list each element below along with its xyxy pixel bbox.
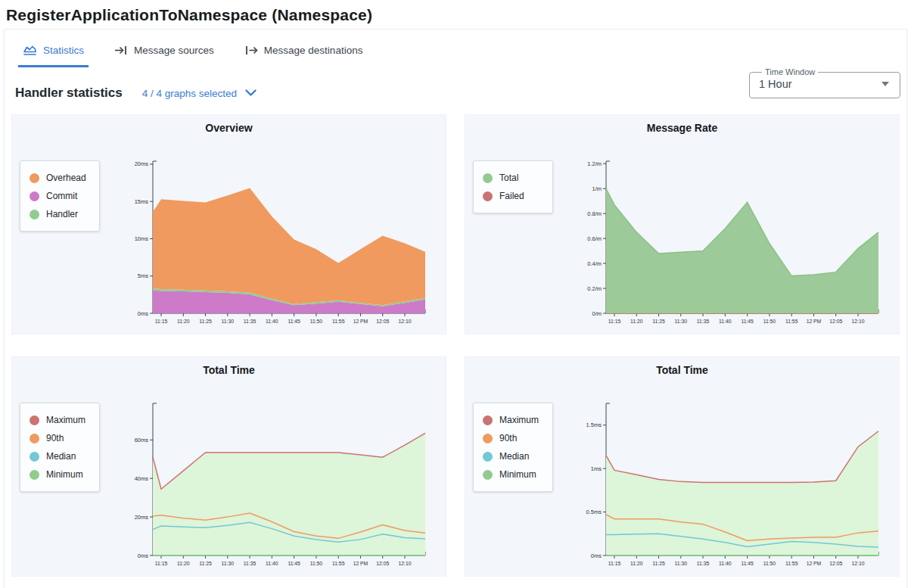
tab-message-sources[interactable]: Message sources xyxy=(110,40,219,67)
svg-text:11:25: 11:25 xyxy=(652,561,665,566)
svg-text:20ms: 20ms xyxy=(135,514,149,521)
svg-text:11:55: 11:55 xyxy=(332,561,345,566)
svg-text:11:15: 11:15 xyxy=(155,561,168,566)
legend-label: Median xyxy=(499,451,529,462)
svg-text:0ms: 0ms xyxy=(138,552,148,559)
legend-item: Median xyxy=(30,447,87,465)
dropdown-arrow-icon xyxy=(881,82,889,86)
svg-text:11:40: 11:40 xyxy=(719,319,732,324)
svg-text:0ms: 0ms xyxy=(138,310,148,317)
svg-text:12:10: 12:10 xyxy=(851,561,864,566)
legend-item: Overhead xyxy=(30,169,87,187)
svg-text:11:20: 11:20 xyxy=(630,319,643,324)
svg-text:11:15: 11:15 xyxy=(608,561,621,566)
legend-swatch xyxy=(483,173,493,183)
legend-swatch xyxy=(30,452,39,462)
svg-text:11:30: 11:30 xyxy=(222,319,235,324)
page-title: RegisterApplicationToNamespace (Namespac… xyxy=(6,6,911,24)
legend-item: Handler xyxy=(30,205,87,223)
svg-text:11:35: 11:35 xyxy=(697,561,710,566)
svg-text:0.2/m: 0.2/m xyxy=(587,285,602,292)
chart-canvas[interactable]: 0ms0.5ms1ms1.5ms11:1511:2011:2511:3011:3… xyxy=(576,398,888,572)
tab-statistics[interactable]: Statistics xyxy=(18,40,89,67)
tab-label: Message sources xyxy=(134,45,214,56)
legend-swatch xyxy=(483,434,493,443)
svg-text:11:35: 11:35 xyxy=(244,319,257,324)
toolbar: Handler statistics 4 / 4 graphs selected… xyxy=(5,67,906,114)
charts-grid: Overview OverheadCommitHandler 0ms5ms10m… xyxy=(5,114,906,577)
legend-label: Median xyxy=(46,451,76,462)
svg-text:11:20: 11:20 xyxy=(630,561,643,566)
svg-text:12 PM: 12 PM xyxy=(353,319,368,324)
svg-text:1.2/m: 1.2/m xyxy=(587,160,602,167)
svg-text:12:05: 12:05 xyxy=(376,561,389,566)
legend-swatch xyxy=(30,210,39,219)
input-icon xyxy=(114,45,128,56)
svg-text:0ms: 0ms xyxy=(591,552,602,559)
svg-text:11:40: 11:40 xyxy=(719,561,732,566)
svg-text:0.4/m: 0.4/m xyxy=(587,260,602,267)
legend-item: Minimum xyxy=(483,465,540,484)
legend-swatch xyxy=(30,173,39,183)
chart-canvas[interactable]: 0ms5ms10ms15ms20ms11:1511:2011:2511:3011… xyxy=(123,156,434,330)
svg-text:40ms: 40ms xyxy=(135,475,149,482)
legend-item: Maximum xyxy=(30,411,87,429)
legend-label: Commit xyxy=(46,191,77,201)
tab-message-destinations[interactable]: Message destinations xyxy=(240,40,368,67)
legend-label: Maximum xyxy=(499,415,539,425)
chart-panel: Total Time Maximum90thMedianMinimum 0ms0… xyxy=(465,356,900,577)
chart-title: Total Time xyxy=(465,364,899,376)
svg-text:11:55: 11:55 xyxy=(785,319,798,324)
svg-text:11:45: 11:45 xyxy=(741,319,754,324)
legend-label: Overhead xyxy=(46,173,86,183)
chart-title: Message Rate xyxy=(465,122,899,134)
svg-text:12 PM: 12 PM xyxy=(807,561,822,566)
legend-item: Failed xyxy=(483,187,540,205)
tab-label: Message destinations xyxy=(264,45,363,56)
legend-swatch xyxy=(483,470,493,480)
section-heading: Handler statistics xyxy=(15,86,123,101)
svg-text:12:10: 12:10 xyxy=(398,561,411,566)
svg-text:12 PM: 12 PM xyxy=(807,319,822,324)
legend-label: Handler xyxy=(46,209,78,219)
legend-swatch xyxy=(483,191,493,201)
svg-text:12:05: 12:05 xyxy=(829,319,842,324)
chart-canvas[interactable]: 0ms20ms40ms60ms11:1511:2011:2511:3011:35… xyxy=(123,398,434,572)
time-window-value: 1 Hour xyxy=(759,78,792,90)
legend-swatch xyxy=(30,434,39,443)
chart-panel: Message Rate TotalFailed 0/m0.2/m0.4/m0.… xyxy=(465,114,900,334)
svg-text:11:45: 11:45 xyxy=(288,561,300,566)
svg-text:5ms: 5ms xyxy=(138,272,148,279)
svg-text:11:50: 11:50 xyxy=(310,319,323,324)
legend-swatch xyxy=(30,470,39,480)
svg-text:11:40: 11:40 xyxy=(266,319,278,324)
area-chart-icon xyxy=(23,45,37,56)
svg-text:1ms: 1ms xyxy=(591,465,602,472)
time-window-label: Time Window xyxy=(762,67,818,76)
page-header: RegisterApplicationToNamespace (Namespac… xyxy=(0,0,911,29)
legend-label: Total xyxy=(499,173,518,183)
svg-text:11:45: 11:45 xyxy=(288,319,300,324)
tab-label: Statistics xyxy=(43,45,84,56)
svg-text:0.5ms: 0.5ms xyxy=(586,509,602,515)
svg-text:11:45: 11:45 xyxy=(741,561,754,566)
chart-panel: Overview OverheadCommitHandler 0ms5ms10m… xyxy=(11,114,446,334)
legend-item: Maximum xyxy=(483,411,540,429)
tab-bar: Statistics Message sources Message des xyxy=(5,30,906,67)
svg-text:11:55: 11:55 xyxy=(785,561,798,566)
chart-title: Total Time xyxy=(12,364,446,376)
chart-legend: Maximum90thMedianMinimum xyxy=(473,403,553,492)
svg-text:11:25: 11:25 xyxy=(652,319,665,324)
chevron-down-icon xyxy=(244,88,257,99)
svg-text:11:30: 11:30 xyxy=(675,561,688,566)
svg-text:11:30: 11:30 xyxy=(222,561,235,566)
svg-text:1.5ms: 1.5ms xyxy=(586,422,602,428)
svg-text:10ms: 10ms xyxy=(135,235,149,242)
graphs-selected-button[interactable]: 4 / 4 graphs selected xyxy=(142,88,257,99)
legend-label: Maximum xyxy=(46,415,86,425)
chart-canvas[interactable]: 0/m0.2/m0.4/m0.6/m0.8/m1/m1.2/m11:1511:2… xyxy=(576,156,888,330)
svg-text:11:55: 11:55 xyxy=(332,319,345,324)
svg-text:11:50: 11:50 xyxy=(763,319,776,324)
time-window-select[interactable]: Time Window 1 Hour xyxy=(749,67,900,98)
svg-text:20ms: 20ms xyxy=(135,160,149,167)
